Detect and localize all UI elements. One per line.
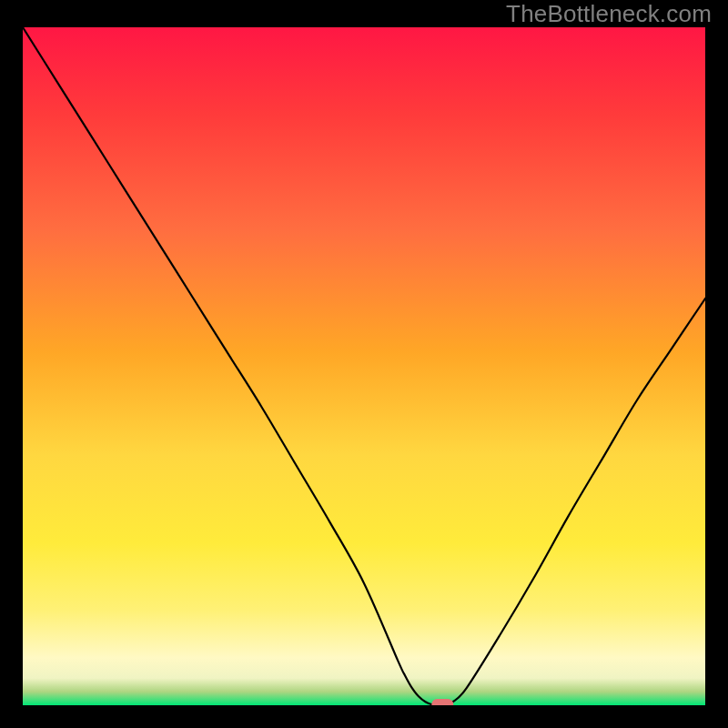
bottleneck-marker xyxy=(431,699,453,705)
chart-svg xyxy=(23,27,705,705)
chart-background xyxy=(23,27,705,705)
bottleneck-chart xyxy=(23,27,705,705)
chart-frame: TheBottleneck.com xyxy=(0,0,728,728)
watermark-text: TheBottleneck.com xyxy=(506,0,712,28)
